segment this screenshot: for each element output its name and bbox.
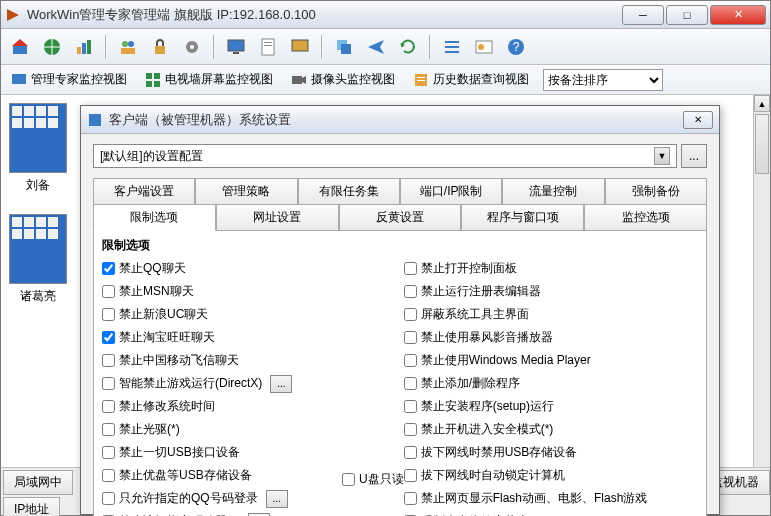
u-readonly-checkbox[interactable] bbox=[342, 473, 355, 486]
dialog-tab[interactable]: 监控选项 bbox=[584, 205, 707, 231]
option-checkbox[interactable] bbox=[102, 469, 115, 482]
option-label: 禁止网页显示Flash动画、电影、Flash游戏 bbox=[421, 490, 648, 507]
view-toolbar: 管理专家监控视图 电视墙屏幕监控视图 摄像头监控视图 历史数据查询视图 按备注排… bbox=[1, 65, 770, 95]
option-checkbox[interactable] bbox=[102, 285, 115, 298]
chevron-down-icon[interactable]: ▼ bbox=[654, 147, 670, 165]
svg-rect-0 bbox=[13, 45, 27, 54]
dialog-tab[interactable]: 端口/IP限制 bbox=[400, 178, 502, 205]
tool-help-icon[interactable]: ? bbox=[503, 34, 529, 60]
option-label: 屏蔽系统工具主界面 bbox=[421, 306, 529, 323]
close-button[interactable]: ✕ bbox=[710, 5, 766, 25]
option-config-button[interactable]: ... bbox=[266, 490, 288, 508]
minimize-button[interactable]: ─ bbox=[622, 5, 664, 25]
client-thumbnail[interactable]: 刘备 bbox=[9, 103, 67, 194]
videowall-view-button[interactable]: 电视墙屏幕监控视图 bbox=[141, 69, 277, 90]
history-view-button[interactable]: 历史数据查询视图 bbox=[409, 69, 533, 90]
config-combo[interactable]: [默认组]的设置配置 ▼ bbox=[93, 144, 677, 168]
option-checkbox[interactable] bbox=[102, 308, 115, 321]
option-checkbox[interactable] bbox=[404, 400, 417, 413]
dialog-tab[interactable]: 有限任务集 bbox=[298, 178, 400, 205]
svg-point-6 bbox=[122, 41, 128, 47]
option-checkbox[interactable] bbox=[102, 262, 115, 275]
tool-doc-icon[interactable] bbox=[255, 34, 281, 60]
dialog-tab[interactable]: 反黄设置 bbox=[339, 205, 462, 231]
option-checkbox[interactable] bbox=[404, 285, 417, 298]
tool-home-icon[interactable] bbox=[7, 34, 33, 60]
camera-view-button[interactable]: 摄像头监控视图 bbox=[287, 69, 399, 90]
dialog-tab[interactable]: 强制备份 bbox=[605, 178, 707, 205]
dialog-tab[interactable]: 网址设置 bbox=[216, 205, 339, 231]
dialog-tab[interactable]: 管理策略 bbox=[195, 178, 297, 205]
svg-rect-39 bbox=[89, 114, 101, 126]
tool-users-icon[interactable] bbox=[115, 34, 141, 60]
desktop-preview-icon bbox=[9, 103, 67, 173]
option-checkbox[interactable] bbox=[404, 308, 417, 321]
client-thumbnail[interactable]: 诸葛亮 bbox=[9, 214, 67, 305]
vertical-scrollbar[interactable]: ▲ bbox=[753, 95, 770, 467]
tool-gear-icon[interactable] bbox=[179, 34, 205, 60]
client-name-label: 刘备 bbox=[9, 177, 67, 194]
dialog-close-button[interactable]: ✕ bbox=[683, 111, 713, 129]
option-checkbox[interactable] bbox=[404, 262, 417, 275]
svg-rect-13 bbox=[233, 52, 239, 54]
tool-list-icon[interactable] bbox=[439, 34, 465, 60]
option-row: 禁止运行注册表编辑器 bbox=[404, 281, 694, 302]
option-row: 禁止优盘等USB存储设备 bbox=[102, 465, 342, 486]
option-row: 禁止新浪UC聊天 bbox=[102, 304, 342, 325]
dialog-tabs: 客户端设置管理策略有限任务集端口/IP限制流量控制强制备份 限制选项网址设置反黄… bbox=[93, 178, 707, 231]
tool-globe-icon[interactable] bbox=[39, 34, 65, 60]
option-checkbox[interactable] bbox=[404, 377, 417, 390]
option-checkbox[interactable] bbox=[102, 377, 115, 390]
tool-screen-icon[interactable] bbox=[287, 34, 313, 60]
sort-select[interactable]: 按备注排序 bbox=[543, 69, 663, 91]
client-name-label: 诸葛亮 bbox=[9, 288, 67, 305]
tool-monitor-icon[interactable] bbox=[223, 34, 249, 60]
option-checkbox[interactable] bbox=[404, 331, 417, 344]
option-checkbox[interactable] bbox=[102, 446, 115, 459]
dialog-tab[interactable]: 流量控制 bbox=[502, 178, 604, 205]
expert-view-button[interactable]: 管理专家监控视图 bbox=[7, 69, 131, 90]
option-row: 禁止一切USB接口设备 bbox=[102, 442, 342, 463]
option-label: 禁止一切USB接口设备 bbox=[119, 444, 240, 461]
option-checkbox[interactable] bbox=[102, 354, 115, 367]
monitor-icon bbox=[11, 72, 27, 88]
dialog-tab[interactable]: 客户端设置 bbox=[93, 178, 195, 205]
option-checkbox[interactable] bbox=[102, 400, 115, 413]
camera-icon bbox=[291, 72, 307, 88]
svg-point-26 bbox=[478, 44, 484, 50]
tool-lock-icon[interactable] bbox=[147, 34, 173, 60]
dialog-tab[interactable]: 程序与窗口项 bbox=[461, 205, 584, 231]
tool-chart-icon[interactable] bbox=[71, 34, 97, 60]
option-checkbox[interactable] bbox=[404, 492, 417, 505]
option-checkbox[interactable] bbox=[102, 492, 115, 505]
option-label: 禁止打开控制面板 bbox=[421, 260, 517, 277]
history-icon bbox=[413, 72, 429, 88]
tool-copy-icon[interactable] bbox=[331, 34, 357, 60]
option-checkbox[interactable] bbox=[404, 446, 417, 459]
option-label: 禁止安装程序(setup)运行 bbox=[421, 398, 554, 415]
option-checkbox[interactable] bbox=[102, 331, 115, 344]
option-checkbox[interactable] bbox=[404, 469, 417, 482]
grid-icon bbox=[145, 72, 161, 88]
option-config-button[interactable]: ... bbox=[248, 513, 270, 517]
option-config-button[interactable]: ... bbox=[270, 375, 292, 393]
svg-point-7 bbox=[128, 41, 134, 47]
option-row: 禁止打开控制面板 bbox=[404, 258, 694, 279]
scroll-up-icon[interactable]: ▲ bbox=[754, 95, 770, 112]
tool-send-icon[interactable] bbox=[363, 34, 389, 60]
dialog-titlebar: 客户端（被管理机器）系统设置 ✕ bbox=[81, 106, 719, 134]
option-row: 禁止QQ聊天 bbox=[102, 258, 342, 279]
svg-rect-4 bbox=[82, 43, 86, 54]
tool-refresh-icon[interactable] bbox=[395, 34, 421, 60]
ip-tab[interactable]: IP地址 bbox=[3, 497, 60, 516]
browse-button[interactable]: ... bbox=[681, 144, 707, 168]
dialog-tab[interactable]: 限制选项 bbox=[93, 205, 216, 231]
lan-tab[interactable]: 局域网中 bbox=[3, 470, 73, 495]
option-checkbox[interactable] bbox=[102, 423, 115, 436]
option-checkbox[interactable] bbox=[404, 423, 417, 436]
option-label: 禁止添加/删除程序 bbox=[421, 375, 520, 392]
option-checkbox[interactable] bbox=[404, 354, 417, 367]
tool-card-icon[interactable] bbox=[471, 34, 497, 60]
maximize-button[interactable]: □ bbox=[666, 5, 708, 25]
scroll-thumb[interactable] bbox=[755, 114, 769, 174]
